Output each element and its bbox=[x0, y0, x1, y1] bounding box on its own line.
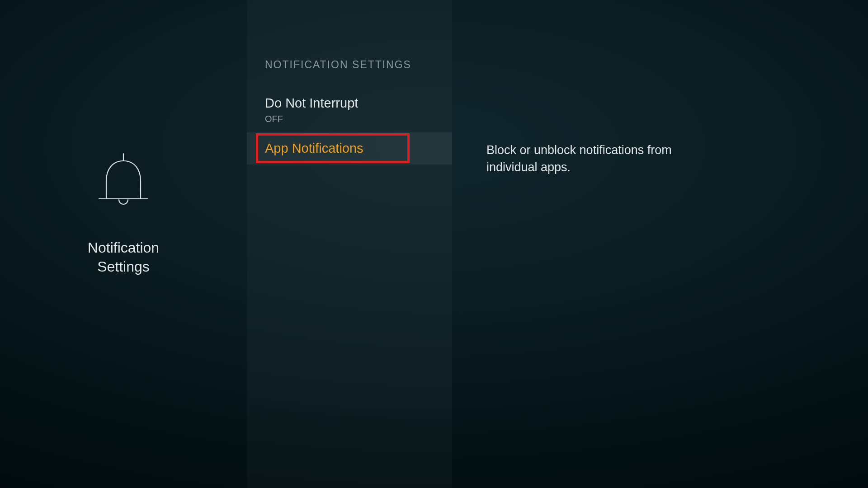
description-panel: Block or unblock notifications from indi… bbox=[452, 0, 868, 488]
settings-item-subtitle: OFF bbox=[265, 114, 434, 124]
settings-item-do-not-interrupt[interactable]: Do Not Interrupt OFF bbox=[247, 87, 452, 132]
category-title: Notification Settings bbox=[65, 239, 182, 276]
description-text: Block or unblock notifications from indi… bbox=[486, 142, 681, 176]
settings-item-title: Do Not Interrupt bbox=[265, 95, 434, 111]
bell-icon bbox=[89, 144, 159, 221]
settings-item-title: App Notifications bbox=[265, 141, 434, 156]
settings-item-app-notifications[interactable]: App Notifications bbox=[247, 132, 452, 164]
settings-list: NOTIFICATION SETTINGS Do Not Interrupt O… bbox=[247, 0, 452, 488]
category-panel: Notification Settings bbox=[0, 0, 247, 488]
list-header: NOTIFICATION SETTINGS bbox=[247, 59, 452, 87]
